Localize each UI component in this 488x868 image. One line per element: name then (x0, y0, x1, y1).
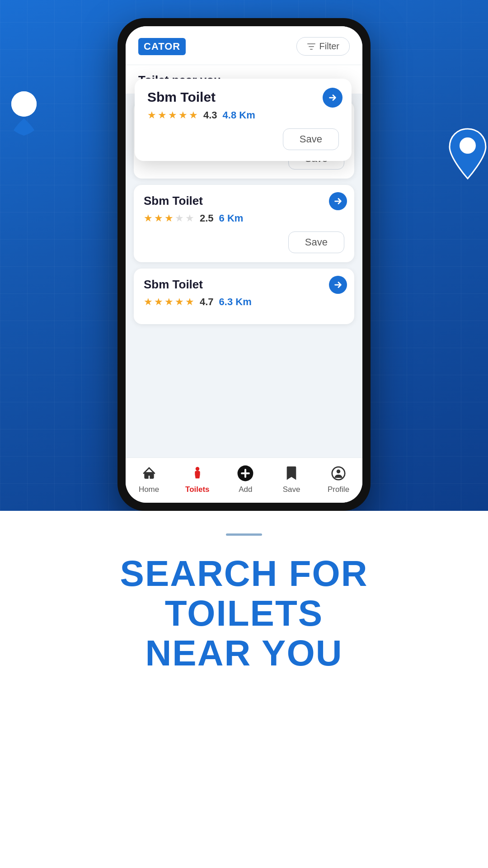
star-3: ★ (168, 109, 177, 121)
profile-icon (328, 463, 348, 483)
featured-card-arrow[interactable] (323, 88, 343, 108)
arrow-right-icon (333, 280, 343, 290)
tagline: SEARCH FOR TOILETS NEAR YOU (27, 554, 461, 673)
app-header: CATOR Filter (126, 26, 362, 65)
nav-add-label: Add (239, 485, 252, 494)
nav-home[interactable]: Home (139, 463, 159, 494)
listing-1-save-button[interactable]: Save (288, 231, 344, 253)
listing-2-title: Sbm Toilet (144, 278, 344, 292)
featured-distance: 4.8 Km (223, 109, 255, 121)
listing-2-meta: ★ ★ ★ ★ ★ 4.7 6.3 Km (144, 296, 344, 308)
toilet-icon (188, 463, 207, 483)
nav-save[interactable]: Save (282, 463, 301, 494)
save-bookmark-icon (282, 463, 301, 483)
featured-card-title: Sbm Toilet (147, 90, 339, 105)
star-5: ★ (189, 109, 198, 121)
listing-2-rating: 4.7 (200, 296, 214, 308)
listing-2-distance: 6.3 Km (219, 296, 252, 308)
filter-icon (307, 42, 316, 51)
filter-button[interactable]: Filter (296, 37, 350, 56)
arrow-right-icon (328, 93, 338, 103)
bottom-nav: Home Toilets (126, 458, 362, 503)
star-4: ★ (178, 109, 188, 121)
phone-mockup: CATOR Filter Toilet near you (117, 18, 371, 511)
map-pin-left (8, 90, 40, 137)
listing-1-title: Sbm Toilet (144, 194, 344, 208)
svg-point-7 (337, 469, 341, 473)
star-2: ★ (158, 109, 167, 121)
arrow-right-icon (333, 196, 343, 206)
svg-point-2 (14, 93, 34, 113)
tagline-line3: NEAR YOU (27, 633, 461, 673)
phone-screen: CATOR Filter Toilet near you (126, 26, 362, 503)
svg-point-3 (460, 137, 476, 154)
nav-profile[interactable]: Profile (328, 463, 349, 494)
star-1: ★ (147, 109, 156, 121)
listing-1-arrow[interactable] (329, 192, 347, 210)
featured-save-button[interactable]: Save (283, 128, 339, 150)
nav-toilets[interactable]: Toilets (185, 463, 210, 494)
listing-1-stars: ★ ★ ★ ★ ★ (144, 212, 194, 224)
divider (226, 533, 262, 536)
add-icon (235, 463, 255, 483)
nav-save-label: Save (283, 485, 300, 494)
featured-card-meta: ★ ★ ★ ★ ★ 4.3 4.8 Km (147, 109, 339, 121)
app-logo: CATOR (138, 38, 186, 55)
featured-stars: ★ ★ ★ ★ ★ (147, 109, 198, 121)
listing-1-distance: 6 Km (219, 212, 244, 224)
listing-1-rating: 2.5 (200, 212, 214, 224)
listing-card-2: Sbm Toilet ★ ★ ★ ★ ★ 4.7 6.3 Km (134, 269, 354, 324)
nav-home-label: Home (139, 485, 159, 494)
logo-area: CATOR (138, 38, 186, 55)
listing-1-meta: ★ ★ ★ ★ ★ 2.5 6 Km (144, 212, 344, 224)
nav-toilets-label: Toilets (185, 485, 210, 494)
tagline-line2: TOILETS (27, 594, 461, 633)
listing-card-1: Sbm Toilet ★ ★ ★ ★ ★ 2.5 6 Km Save (134, 185, 354, 262)
svg-point-4 (196, 467, 200, 471)
featured-rating: 4.3 (203, 109, 217, 121)
listing-2-stars: ★ ★ ★ ★ ★ (144, 296, 194, 308)
home-icon (139, 463, 159, 483)
hero-background: CATOR Filter Toilet near you (0, 0, 488, 511)
nav-add[interactable]: Add (235, 463, 255, 494)
tagline-section: SEARCH FOR TOILETS NEAR YOU (0, 511, 488, 709)
nav-profile-label: Profile (328, 485, 349, 494)
featured-card: Sbm Toilet ★ ★ ★ ★ ★ 4.3 4.8 Km Save (135, 79, 352, 161)
tagline-line1: SEARCH FOR (27, 554, 461, 594)
listing-2-arrow[interactable] (329, 276, 347, 294)
map-pin-right (447, 127, 488, 183)
